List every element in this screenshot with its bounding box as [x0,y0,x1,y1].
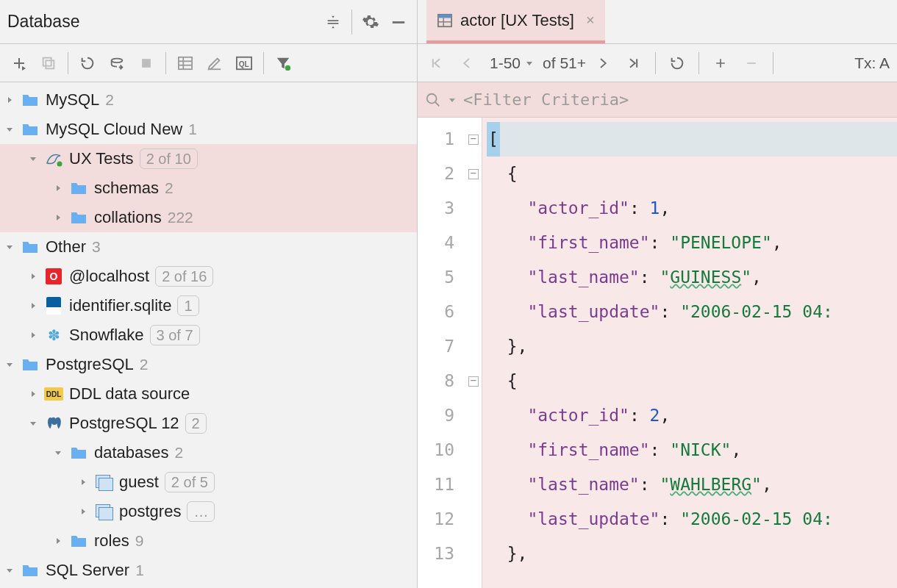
folder-icon [69,208,88,227]
panel-toolbar: QL [0,44,417,82]
svg-line-20 [435,101,440,106]
add-row-button[interactable] [707,49,735,77]
console-button[interactable]: QL [229,49,259,77]
database-stack-icon [94,502,113,521]
folder-icon [21,120,40,139]
add-button[interactable] [4,49,34,77]
tree-label: roles [94,531,129,551]
tree-pill: 3 of 7 [150,325,200,345]
tree-label: @localhost [69,267,149,286]
tree-count: 2 [105,91,114,109]
reload-button[interactable] [663,49,691,77]
tree-label: PostgreSQL [46,355,134,374]
page-range[interactable]: 1-50 [484,54,540,72]
table-icon [437,13,453,28]
next-page-button[interactable] [589,49,617,77]
tree-label: guest [119,473,159,492]
svg-point-12 [285,65,290,70]
tree-item-ux-tests[interactable]: UX Tests 2 of 10 [0,144,417,173]
folder-icon [69,443,88,462]
tree-count: 2 [175,444,184,462]
svg-point-13 [57,162,62,167]
filter-button[interactable] [268,49,298,77]
tx-label[interactable]: Tx: A [854,54,893,72]
svg-point-3 [112,58,123,62]
svg-rect-18 [747,62,756,64]
tree-item-sqlserver[interactable]: SQL Server 1 [0,556,417,585]
page-total: of 51+ [543,54,586,72]
chevron-down-icon[interactable] [448,95,456,105]
tree-item-pg12[interactable]: PostgreSQL 12 2 [0,409,417,438]
duplicate-button[interactable] [34,49,63,77]
panel-title: Database [7,12,319,32]
filter-bar [418,82,897,118]
editor-toolbar: 1-50 of 51+ Tx: A [418,44,897,82]
stop-button[interactable] [132,49,161,77]
tab-label: actor [UX Tests] [460,11,574,30]
tree-pill: 2 of 10 [140,148,198,169]
tree-item-snowflake[interactable]: ✽ Snowflake 3 of 7 [0,320,417,350]
line-number-gutter: 12345678910111213 [418,118,465,588]
database-stack-icon [94,473,113,492]
svg-rect-5 [179,57,192,68]
database-panel: Database [0,0,418,588]
database-tree[interactable]: MySQL 2 MySQL Cloud New 1 UX Tests 2 of … [0,82,417,588]
gear-icon[interactable] [357,8,385,36]
tree-item-postgres-db[interactable]: postgres … [0,497,417,526]
sync-button[interactable] [102,49,132,77]
tree-label: MySQL Cloud New [46,120,182,139]
fold-gutter[interactable] [465,118,482,588]
tree-label: PostgreSQL 12 [69,414,179,433]
sqlite-icon [44,296,63,315]
tree-label: schemas [94,179,159,198]
panel-header: Database [0,0,417,44]
tree-item-guest[interactable]: guest 2 of 5 [0,467,417,497]
folder-icon [21,90,40,110]
tree-item-mysql-cloud[interactable]: MySQL Cloud New 1 [0,115,417,144]
tree-pill: 2 [185,413,207,434]
remove-row-button[interactable] [737,49,765,77]
tree-item-databases[interactable]: databases 2 [0,438,417,467]
filter-input[interactable] [463,90,890,109]
tree-pill: 1 [177,295,199,316]
tree-label: Snowflake [69,326,144,345]
tree-count: 9 [135,532,144,550]
folder-icon [21,355,40,374]
last-page-button[interactable] [620,49,648,77]
prev-page-button[interactable] [453,49,481,77]
collapse-all-icon[interactable] [319,8,347,36]
minimize-icon[interactable] [385,8,412,36]
json-editor[interactable]: 12345678910111213 [ { "actor_id": 1, "fi… [418,118,897,588]
tab-actor[interactable]: actor [UX Tests] × [426,0,605,43]
tree-count: 1 [135,562,144,579]
oracle-icon: O [44,267,63,286]
close-icon[interactable]: × [586,12,595,29]
svg-rect-4 [142,59,151,68]
tree-item-identifier[interactable]: identifier.sqlite 1 [0,291,417,320]
tree-count: 222 [168,209,193,226]
postgres-elephant-icon [44,414,63,433]
tree-item-mysql[interactable]: MySQL 2 [0,85,417,115]
edit-button[interactable] [200,49,229,77]
tree-item-roles[interactable]: roles 9 [0,526,417,556]
snowflake-icon: ✽ [44,326,63,345]
editor-panel: actor [UX Tests] × 1-50 of 51+ [418,0,897,588]
tree-count: 2 [140,356,149,373]
tree-pill: 2 of 16 [155,266,213,287]
table-view-button[interactable] [171,49,200,77]
tree-item-schemas[interactable]: schemas 2 [0,173,417,203]
tree-item-collations[interactable]: collations 222 [0,203,417,232]
folder-icon [21,237,40,257]
refresh-button[interactable] [73,49,102,77]
tree-label: DDL data source [69,384,190,404]
tree-item-ddl[interactable]: DDL DDL data source [0,379,417,409]
mysql-dolphin-icon [44,149,63,168]
first-page-button[interactable] [422,49,450,77]
tab-bar: actor [UX Tests] × [418,0,897,44]
tree-item-other[interactable]: Other 3 [0,232,417,262]
tree-item-postgresql[interactable]: PostgreSQL 2 [0,350,417,379]
tree-label: Other [46,237,86,257]
folder-icon [69,179,88,198]
tree-item-localhost[interactable]: O @localhost 2 of 16 [0,262,417,291]
code-area[interactable]: [ { "actor_id": 1, "first_name": "PENELO… [482,118,897,588]
